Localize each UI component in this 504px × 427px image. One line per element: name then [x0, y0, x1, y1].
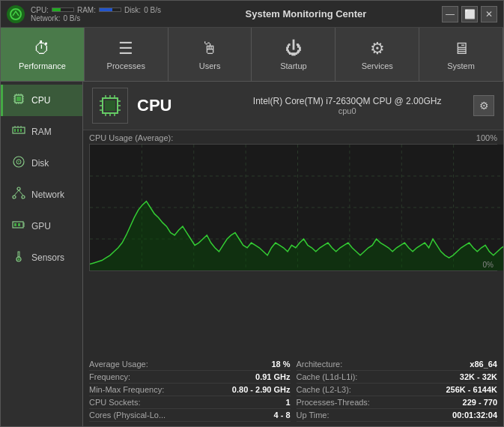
- stat-cores-value: 4 - 8: [273, 411, 290, 420]
- svg-line-29: [19, 190, 23, 196]
- stat-sockets-label: CPU Sockets:: [89, 398, 140, 407]
- sidebar: CPU RAM: [1, 82, 83, 426]
- stat-sockets: CPU Sockets: 1: [89, 396, 291, 409]
- stat-architecture: Architecture: x86_64: [297, 358, 498, 371]
- sidebar-item-network[interactable]: Network: [1, 179, 82, 211]
- stat-frequency: Frequency: 0.91 GHz: [89, 371, 291, 384]
- cpu-big-title: CPU: [137, 96, 221, 115]
- network-value: 0 B/s: [63, 14, 80, 22]
- users-icon: 🖱: [201, 39, 218, 58]
- svg-point-25: [17, 187, 20, 190]
- svg-line-28: [14, 190, 19, 196]
- graph-header: CPU Usage (Average): 100%: [89, 133, 497, 142]
- stat-cache-l2l3-value: 256K - 6144K: [446, 385, 498, 394]
- stat-cache-l1-value: 32K - 32K: [460, 372, 497, 381]
- sidebar-item-ram[interactable]: RAM: [1, 116, 82, 148]
- graph-max-label: 100%: [476, 133, 497, 142]
- graph-min-label: 0%: [483, 261, 494, 269]
- tab-startup[interactable]: ⏻ Startup: [252, 28, 336, 81]
- svg-rect-2: [16, 97, 21, 101]
- svg-rect-40: [105, 100, 115, 111]
- window-title: System Monitoring Center: [170, 8, 442, 19]
- stat-proc-threads-value: 229 - 770: [463, 398, 497, 407]
- sidebar-item-gpu[interactable]: GPU: [1, 211, 82, 242]
- sidebar-item-sensors[interactable]: Sensors: [1, 242, 82, 273]
- sidebar-item-disk[interactable]: Disk: [1, 148, 82, 179]
- graph-container: CPU Usage (Average): 100% 0%: [83, 130, 503, 354]
- sidebar-network-label: Network: [31, 190, 64, 200]
- sensors-icon: [12, 249, 25, 266]
- stats-grid: Average Usage: 18 % Frequency: 0.91 GHz …: [83, 354, 503, 426]
- stat-cache-l1-label: Cache (L1d-L1i):: [297, 372, 358, 381]
- sidebar-disk-label: Disk: [31, 158, 49, 169]
- processes-icon: ☰: [118, 39, 133, 58]
- performance-icon: ⏱: [34, 39, 50, 58]
- performance-label: Performance: [19, 61, 66, 70]
- svg-rect-16: [14, 129, 16, 132]
- stat-cores: Cores (Physical-Lo... 4 - 8: [89, 409, 291, 422]
- ram-stat-label: RAM:: [77, 6, 96, 14]
- stat-uptime: Up Time: 00:01:32:04: [297, 409, 498, 422]
- tab-processes[interactable]: ☰ Processes: [85, 28, 168, 81]
- app-logo: [7, 5, 25, 23]
- services-icon: ⚙: [370, 39, 385, 58]
- cpu-settings-button[interactable]: ⚙: [473, 95, 494, 116]
- disk-icon: [12, 155, 25, 172]
- cpu-model-text: Intel(R) Core(TM) i7-2630QM CPU @ 2.00GH…: [221, 96, 473, 106]
- sidebar-ram-label: RAM: [31, 127, 52, 137]
- tab-performance[interactable]: ⏱ Performance: [1, 28, 85, 81]
- svg-rect-37: [18, 252, 19, 257]
- minimize-button[interactable]: —: [442, 6, 458, 22]
- stat-cache-l1: Cache (L1d-L1i): 32K - 32K: [297, 371, 498, 384]
- stat-cache-l2l3-label: Cache (L2-L3):: [297, 385, 351, 394]
- stat-minmax-value: 0.80 - 2.90 GHz: [232, 385, 291, 394]
- tab-services[interactable]: ⚙ Services: [336, 28, 419, 81]
- stat-average-label: Average Usage:: [89, 360, 148, 369]
- network-stat-label: Network:: [31, 14, 60, 22]
- stat-cores-label: Cores (Physical-Lo...: [89, 411, 166, 420]
- network-icon: [12, 187, 25, 203]
- services-label: Services: [362, 61, 393, 70]
- graph-title: CPU Usage (Average):: [89, 133, 173, 142]
- stat-arch-value: x86_64: [470, 360, 497, 369]
- disk-stat-label: Disk:: [124, 6, 141, 14]
- stat-uptime-label: Up Time:: [297, 411, 330, 420]
- titlebar: CPU: RAM: Disk: 0 B/s Network: 0 B/s Sys…: [1, 1, 503, 28]
- cpu-header: CPU Intel(R) Core(TM) i7-2630QM CPU @ 2.…: [83, 82, 503, 130]
- stat-frequency-label: Frequency:: [89, 372, 130, 381]
- svg-rect-32: [18, 223, 20, 226]
- cpu-graph-canvas: [90, 145, 503, 270]
- stats-left-col: Average Usage: 18 % Frequency: 0.91 GHz …: [89, 358, 291, 422]
- cpu-model-box: Intel(R) Core(TM) i7-2630QM CPU @ 2.00GH…: [221, 96, 473, 115]
- cpu-thumbnail: [92, 88, 128, 124]
- sidebar-sensors-label: Sensors: [31, 252, 64, 263]
- cpu-icon: [12, 92, 25, 109]
- startup-label: Startup: [280, 61, 306, 70]
- sidebar-cpu-label: CPU: [31, 95, 50, 106]
- maximize-button[interactable]: ⬜: [461, 6, 478, 22]
- main-window: CPU: RAM: Disk: 0 B/s Network: 0 B/s Sys…: [0, 0, 504, 427]
- tab-users[interactable]: 🖱 Users: [168, 28, 252, 81]
- window-controls: — ⬜ ✕: [442, 6, 497, 22]
- svg-rect-17: [17, 129, 19, 132]
- startup-icon: ⏻: [285, 39, 302, 58]
- stat-frequency-value: 0.91 GHz: [255, 372, 290, 381]
- cpu-subtitle-text: cpu0: [221, 106, 473, 115]
- main-content: CPU RAM: [1, 82, 503, 426]
- stat-average-value: 18 %: [271, 360, 290, 369]
- gpu-icon: [12, 218, 25, 234]
- svg-point-38: [18, 258, 20, 261]
- system-icon: 🖥: [453, 39, 470, 58]
- sidebar-item-cpu[interactable]: CPU: [1, 85, 82, 116]
- stat-uptime-value: 00:01:32:04: [452, 411, 497, 420]
- close-button[interactable]: ✕: [481, 6, 497, 22]
- cpu-stat-label: CPU:: [31, 6, 49, 14]
- svg-point-24: [18, 161, 19, 163]
- svg-rect-18: [20, 129, 22, 132]
- stat-average-usage: Average Usage: 18 %: [89, 358, 291, 371]
- stat-minmax-label: Min-Max Frequency:: [89, 385, 164, 394]
- toolbar: ⏱ Performance ☰ Processes 🖱 Users ⏻ Star…: [1, 28, 503, 82]
- tab-system[interactable]: 🖥 System: [419, 28, 503, 81]
- svg-point-26: [13, 196, 16, 199]
- users-label: Users: [199, 61, 221, 70]
